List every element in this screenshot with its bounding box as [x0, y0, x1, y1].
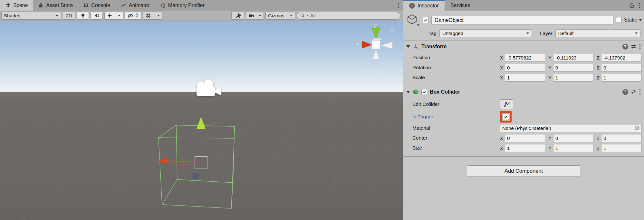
- foldout-icon[interactable]: [406, 45, 410, 48]
- box-collider-wireframe[interactable]: [0, 21, 403, 220]
- help-icon[interactable]: ?: [622, 44, 628, 50]
- foldout-icon[interactable]: [406, 91, 410, 93]
- gizmo-y-cone: [372, 27, 380, 39]
- tab-asset-store[interactable]: Asset Store: [33, 0, 78, 11]
- size-row: Size X1 Y1 Z1: [412, 143, 642, 152]
- gizmo-x-cone: [362, 41, 372, 48]
- scale-x-field[interactable]: 1: [505, 74, 545, 82]
- position-x-field[interactable]: -0.5779622: [505, 54, 545, 62]
- tab-memory-profiler[interactable]: Memory Profiler: [155, 0, 210, 11]
- position-z-field[interactable]: -4.137902: [601, 54, 642, 62]
- tag-dropdown[interactable]: Untagged: [439, 29, 532, 37]
- object-picker-icon[interactable]: [634, 125, 639, 131]
- scale-y-field[interactable]: 1: [553, 74, 593, 82]
- is-trigger-checkbox[interactable]: [503, 114, 509, 120]
- check-icon: [422, 90, 427, 94]
- center-y-field[interactable]: 0: [553, 134, 593, 142]
- toggle-2d-button[interactable]: 2D: [63, 12, 75, 20]
- grid-icon: [146, 13, 151, 18]
- edit-collider-button[interactable]: [500, 99, 513, 109]
- material-object-field[interactable]: None (Physic Material): [500, 124, 642, 132]
- box-collider-header[interactable]: Box Collider ?: [403, 86, 644, 97]
- axis-x-label: X: [500, 75, 503, 80]
- scene-panel-menu-icon[interactable]: [398, 2, 400, 9]
- scene-audio-button[interactable]: [91, 12, 103, 20]
- tab-scene[interactable]: Scene: [0, 0, 33, 11]
- grid-snapping-dropdown[interactable]: [143, 12, 162, 20]
- inspector-menu-icon[interactable]: [639, 2, 641, 9]
- scene-tools-button[interactable]: [231, 12, 244, 20]
- component-title: Box Collider: [430, 89, 460, 95]
- shading-mode-dropdown[interactable]: Shaded: [1, 12, 61, 20]
- tab-console[interactable]: Console: [78, 0, 115, 11]
- chevron-down-icon: [259, 15, 261, 16]
- component-enabled-checkbox[interactable]: [421, 89, 427, 95]
- transform-header[interactable]: Transform ?: [403, 41, 644, 52]
- axis-z-label: Z: [597, 135, 600, 141]
- scene-tabbar: Scene Asset Store Console Animator Memor…: [0, 0, 403, 11]
- size-x-field[interactable]: 1: [505, 144, 545, 152]
- component-title: Transform: [421, 44, 447, 50]
- gizmo-x-label[interactable]: x: [356, 41, 359, 48]
- gizmos-label: Gizmos: [268, 13, 284, 18]
- viewport-lock-icon[interactable]: [389, 26, 395, 32]
- chevron-down-icon: [55, 15, 59, 17]
- tab-inspector[interactable]: i Inspector: [403, 0, 445, 11]
- size-z-field[interactable]: 1: [601, 144, 642, 152]
- axis-y-label: Y: [548, 75, 552, 80]
- position-row: Position X-0.5779622 Y-0.111923 Z-4.1379…: [412, 53, 642, 62]
- gameobject-header: GameObject Static Tag Untagged Layer Def…: [403, 11, 644, 41]
- presets-icon[interactable]: [631, 89, 636, 95]
- axis-y-label: Y: [548, 145, 552, 151]
- size-y-field[interactable]: 1: [553, 144, 593, 152]
- rotation-row: Rotation X0 Y0 Z0: [412, 63, 642, 72]
- rotation-y-field[interactable]: 0: [553, 64, 593, 72]
- center-z-field[interactable]: 0: [601, 134, 642, 142]
- scene-viewport[interactable]: y x Persp: [0, 21, 403, 220]
- sparkle-icon: [107, 13, 112, 18]
- scene-search-input[interactable]: All: [297, 12, 400, 20]
- presets-icon[interactable]: [631, 44, 636, 49]
- annotation-highlight-box: [500, 111, 512, 123]
- tab-animator[interactable]: Animator: [115, 0, 155, 11]
- gameobject-name-field[interactable]: GameObject: [431, 16, 613, 24]
- lock-icon[interactable]: [629, 3, 634, 8]
- axis-y-label: Y: [548, 65, 552, 70]
- edit-collider-row: Edit Collider: [412, 98, 642, 110]
- shopping-bag-icon: [38, 3, 43, 8]
- gizmos-dropdown[interactable]: Gizmos: [265, 12, 295, 20]
- box-collider-icon: [413, 89, 419, 95]
- axis-z-label: Z: [597, 65, 600, 70]
- perspective-toggle[interactable]: Persp: [360, 67, 383, 74]
- component-menu-icon[interactable]: [639, 43, 641, 50]
- chevron-down-icon: [157, 15, 160, 16]
- layer-dropdown[interactable]: Default: [555, 29, 640, 37]
- tab-label: Asset Store: [46, 3, 73, 8]
- layer-value: Default: [558, 31, 574, 36]
- scene-lighting-button[interactable]: [77, 12, 89, 20]
- center-x-field[interactable]: 0: [505, 134, 545, 142]
- scene-camera-dropdown[interactable]: [246, 12, 264, 20]
- rotation-z-field[interactable]: 0: [601, 64, 642, 72]
- scene-grid-icon: [5, 3, 11, 8]
- scene-visibility-button[interactable]: 0: [125, 12, 141, 20]
- position-y-field[interactable]: -0.111923: [553, 54, 593, 62]
- gameobject-icon-dropdown[interactable]: [407, 14, 420, 26]
- search-filter-caret-icon[interactable]: [307, 15, 309, 16]
- camera-icon: [248, 13, 255, 18]
- tab-services[interactable]: Services: [445, 0, 476, 11]
- scene-effects-dropdown[interactable]: [104, 12, 123, 20]
- shading-mode-value: Shaded: [4, 13, 21, 18]
- static-checkbox[interactable]: [616, 17, 622, 23]
- scale-row: Scale X1 Y1 Z1: [412, 73, 642, 82]
- gizmo-y-label[interactable]: y: [374, 22, 377, 28]
- rotation-x-field[interactable]: 0: [505, 64, 545, 72]
- gameobject-active-checkbox[interactable]: [423, 17, 429, 23]
- scale-z-field[interactable]: 1: [601, 74, 642, 82]
- component-menu-icon[interactable]: [639, 88, 641, 95]
- help-icon[interactable]: ?: [622, 89, 628, 95]
- persp-arrow-icon: [360, 69, 364, 73]
- add-component-button[interactable]: Add Component: [467, 165, 581, 176]
- static-dropdown-icon[interactable]: [639, 19, 642, 21]
- chevron-down-icon: [635, 32, 638, 34]
